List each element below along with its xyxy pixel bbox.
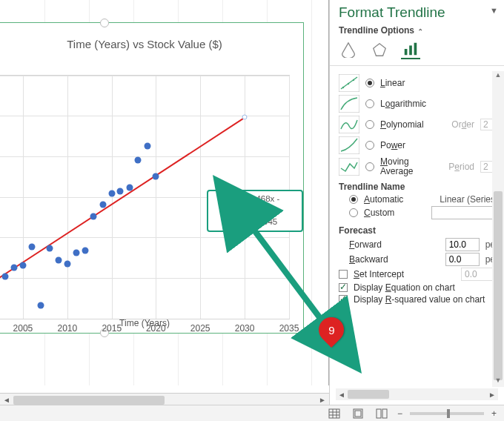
svg-marker-1 — [374, 44, 386, 56]
radio-power[interactable] — [365, 141, 374, 150]
data-point[interactable] — [108, 190, 115, 197]
trendtype-moving-average[interactable]: MovingAverage Period 2 — [339, 157, 495, 176]
svg-rect-14 — [329, 409, 339, 418]
forward-input[interactable] — [445, 238, 480, 251]
moving-average-icon — [339, 158, 359, 176]
chart-title[interactable]: Time (Years) vs Stock Value ($) — [0, 23, 303, 55]
label-moving-average: MovingAverage — [380, 157, 413, 176]
data-point[interactable] — [64, 261, 70, 268]
embedded-chart[interactable]: Time (Years) vs Stock Value ($) — [0, 22, 304, 334]
data-point[interactable] — [82, 248, 88, 254]
trendtype-power[interactable]: Power — [339, 136, 495, 154]
label-automatic: Automatic — [364, 194, 403, 205]
backward-label: Backward — [349, 254, 388, 265]
label-power: Power — [380, 140, 405, 150]
svg-rect-2 — [405, 49, 408, 55]
svg-rect-11 — [339, 116, 359, 133]
radio-logarithmic[interactable] — [365, 99, 374, 108]
data-point[interactable] — [55, 257, 62, 264]
effects-tab-icon[interactable] — [370, 40, 389, 59]
data-point[interactable] — [2, 273, 9, 279]
radio-polynomial[interactable] — [365, 120, 374, 129]
trendtype-logarithmic[interactable]: Logarithmic — [339, 95, 495, 113]
data-point[interactable] — [99, 201, 106, 208]
scroll-up-icon[interactable]: ▲ — [492, 71, 504, 82]
data-point[interactable] — [117, 188, 124, 194]
trendtype-polynomial[interactable]: Polynomial Order 2 — [339, 116, 495, 133]
backward-input[interactable] — [445, 253, 480, 266]
svg-rect-22 — [382, 409, 387, 418]
svg-point-9 — [353, 79, 354, 81]
zoom-in-button[interactable]: + — [491, 408, 497, 419]
trendline-endpoint — [242, 114, 248, 119]
label-logarithmic: Logarithmic — [380, 99, 426, 109]
display-equation-checkbox[interactable] — [339, 283, 348, 292]
svg-rect-3 — [409, 45, 412, 55]
display-r2-row[interactable]: Display R-squared value on chart — [339, 294, 495, 305]
radio-linear[interactable] — [365, 79, 374, 87]
pane-vertical-scrollbar[interactable]: ▲ ▼ — [492, 71, 504, 387]
display-equation-row[interactable]: Display Equation on chart — [339, 282, 495, 293]
data-point[interactable] — [144, 143, 150, 150]
forecast-forward: Forward pe — [339, 238, 495, 251]
zoom-knob[interactable] — [447, 409, 450, 418]
zoom-slider[interactable] — [410, 412, 484, 415]
custom-name-input[interactable] — [431, 206, 495, 219]
trendline-equation-label[interactable]: y = 80.468x - 160136 R² = 0.6945 — [207, 190, 303, 232]
pane-hscroll-thumb[interactable] — [348, 390, 389, 399]
radio-moving-average[interactable] — [365, 162, 374, 171]
pane-body: LLinearinear Logarithmic Polynomial Orde… — [330, 71, 504, 387]
data-point[interactable] — [153, 173, 159, 180]
power-icon — [339, 136, 359, 154]
linear-icon — [339, 74, 359, 92]
scroll-thumb[interactable] — [13, 396, 165, 405]
svg-point-8 — [348, 83, 349, 84]
automatic-name-value: Linear (Series — [440, 194, 495, 205]
label-linear: LLinearinear — [380, 78, 405, 88]
data-point[interactable] — [46, 245, 53, 251]
normal-view-icon[interactable] — [326, 407, 342, 420]
data-point[interactable] — [126, 184, 133, 190]
pane-scroll-left[interactable]: ◄ — [336, 391, 348, 399]
display-r2-checkbox[interactable] — [339, 295, 348, 304]
section-trendline-name: Trendline Name — [339, 182, 495, 192]
trendtype-linear[interactable]: LLinearinear — [339, 74, 495, 92]
chart-resize-handle[interactable] — [100, 19, 109, 27]
pane-tab-icons — [330, 39, 504, 65]
period-label: Period — [448, 162, 474, 172]
section-forecast: Forecast — [339, 225, 495, 236]
svg-rect-20 — [355, 411, 361, 417]
trend-equation: y = 80.468x - 160136 — [216, 193, 294, 216]
set-intercept-checkbox[interactable] — [339, 270, 348, 279]
name-custom[interactable]: Custom — [339, 206, 495, 219]
x-axis-label[interactable]: Time (Years) — [0, 318, 303, 328]
data-point[interactable] — [19, 262, 26, 268]
polynomial-icon — [339, 116, 359, 133]
name-automatic[interactable]: Automatic Linear (Series — [339, 194, 495, 205]
data-point[interactable] — [135, 157, 142, 164]
pane-menu-chevron-icon[interactable]: ▼ — [490, 6, 498, 15]
trendline-options-tab-icon[interactable] — [401, 40, 420, 59]
pane-subtitle[interactable]: Trendline Options⌄ — [330, 21, 504, 39]
data-point[interactable] — [10, 265, 17, 271]
page-layout-view-icon[interactable] — [350, 407, 366, 420]
pane-scroll-thumb[interactable] — [494, 191, 503, 381]
pane-horizontal-scrollbar[interactable]: ◄ ► — [336, 388, 498, 400]
page-break-view-icon[interactable] — [374, 407, 390, 420]
fill-line-tab-icon[interactable] — [339, 40, 358, 59]
radio-custom[interactable] — [349, 208, 358, 217]
label-custom: Custom — [364, 208, 394, 218]
trend-r2: R² = 0.6945 — [216, 216, 294, 228]
scroll-down-icon[interactable]: ▼ — [492, 377, 504, 387]
zoom-out-button[interactable]: − — [397, 408, 402, 419]
data-point[interactable] — [37, 302, 44, 308]
radio-automatic[interactable] — [349, 195, 358, 204]
set-intercept-input — [461, 268, 495, 281]
data-point[interactable] — [28, 244, 35, 251]
pane-scroll-right[interactable]: ► — [486, 391, 498, 399]
data-point[interactable] — [73, 249, 79, 256]
logarithmic-icon — [339, 95, 359, 113]
set-intercept-row[interactable]: Set Intercept — [339, 268, 495, 281]
svg-rect-21 — [377, 409, 381, 418]
data-point[interactable] — [90, 213, 97, 220]
